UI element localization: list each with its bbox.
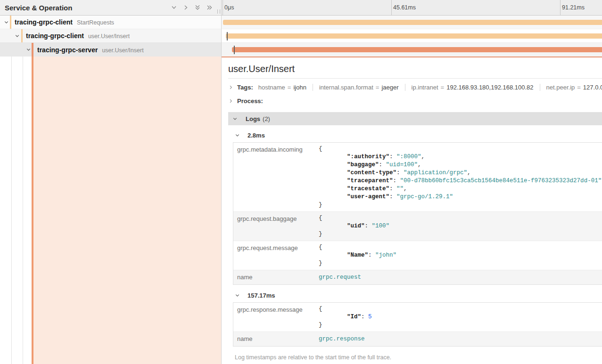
log-field-key: grpc.request.message [233,241,319,270]
json-key: "Name" [347,252,368,259]
span-operation-name: user.User/Insert [102,47,143,54]
span-labels: tracing-grpc-serveruser.User/Insert [37,46,144,54]
ruler-tick-label: 0μs [223,4,234,11]
log-field-row: grpc.metadata.incoming{ ":authority": ":… [233,143,602,211]
ruler-tick-label: 45.61ms [391,4,416,11]
span-color-accent [10,16,11,29]
log-fields-table: grpc.metadata.incoming{ ":authority": ":… [233,142,602,285]
span-labels: tracing-grpc-clientStartRequests [15,18,114,26]
tree-guide-line [11,57,12,364]
log-timestamp: 2.8ms [247,132,265,139]
tag-key: net.peer.ip [546,84,575,91]
span-color-accent [32,43,33,57]
span-duration-bar[interactable] [223,20,602,25]
log-field-row: grpc.request.message{ "Name": "john" } [233,241,602,270]
json-number: 5 [368,314,372,320]
tag-separator [313,84,313,91]
jaeger-trace-view: { "header": { "title": "Service & Operat… [0,0,602,364]
tags-label: Tags: [237,84,253,91]
chevron-right-icon[interactable] [228,98,233,104]
span-bar-row [222,16,602,29]
logs-footer-note: Log timestamps are relative to the start… [233,354,602,364]
span-operation-name: StartRequests [77,19,114,26]
span-service-name: tracing-grpc-client [15,18,73,26]
selected-span-indent-area [0,57,221,364]
span-duration-bar[interactable] [232,47,602,52]
service-operation-header: Service & Operation [0,0,222,16]
tag-separator [540,84,540,91]
tag-equals: = [441,84,445,91]
log-field-row: namegrpc.response [233,332,602,346]
tree-guide-line [23,57,23,364]
selected-span-highlight [33,57,221,364]
span-tree-column: tracing-grpc-clientStartRequests tracing… [0,16,222,364]
json-value: { "uid": "100" } [319,214,602,238]
service-operation-title: Service & Operation [5,4,171,12]
log-field-row: grpc.request.baggage{ "uid": "100" } [233,211,602,241]
json-string: "uid=100" [386,162,418,168]
collapse-all-icon[interactable] [206,4,213,11]
json-string: "00-d78bb60bfc15c3ca5cb1564be84e511e-f97… [400,178,602,184]
span-service-name: tracing-grpc-client [26,32,84,40]
log-fields-table: grpc.response.message{ "Id": 5 }namegrpc… [233,302,602,347]
logs-count: (2) [263,115,270,122]
column-resizer-grip[interactable] [217,9,220,14]
log-timestamp: 157.17ms [247,292,275,299]
header-row: Service & Operation 0μs 45.61ms 91.21ms [0,0,602,16]
logs-header[interactable]: Logs (2) [228,112,602,125]
json-string: "grpc-go/1.29.1" [396,194,453,200]
chevron-down-icon[interactable] [4,20,9,25]
tags-row[interactable]: Tags: hostname=ijohninternal.span.format… [228,81,602,94]
log-field-value: { "Name": "john" } [319,241,602,270]
json-key: "content-type" [347,170,396,176]
log-field-key: grpc.request.baggage [233,212,319,241]
logs-body: 2.8msgrpc.metadata.incoming{ ":authority… [228,125,602,364]
log-field-row: namegrpc.request [233,270,602,284]
main-area: tracing-grpc-clientStartRequests tracing… [0,16,602,364]
expand-one-icon[interactable] [171,4,177,11]
span-row-tracing-grpc-client-insert[interactable]: tracing-grpc-clientuser.User/Insert [0,29,221,43]
chevron-down-icon[interactable] [26,47,31,52]
divider [228,78,602,79]
process-row[interactable]: Process: [228,94,602,108]
log-field-key: name [233,270,319,284]
json-value: { ":authority": ":8000", "baggage": "uid… [319,145,602,209]
collapse-one-icon[interactable] [182,4,189,11]
span-bar-row [222,43,602,57]
log-field-value: { ":authority": ":8000", "baggage": "uid… [319,143,602,211]
log-field-value: { "uid": "100" } [319,212,602,241]
chevron-right-icon[interactable] [228,85,233,90]
ruler-tick-label: 91.21ms [560,4,585,11]
process-label: Process: [237,97,263,105]
log-field-value: grpc.response [319,332,602,346]
span-duration-bar[interactable] [226,33,602,39]
chevron-down-icon[interactable] [15,33,20,39]
expand-all-icon[interactable] [194,4,201,11]
json-string: "" [396,186,404,192]
json-string: "application/grpc" [404,170,467,176]
log-field-row: grpc.response.message{ "Id": 5 } [233,303,602,332]
tag-key: ip.intranet [412,84,438,91]
json-key: "traceparent" [347,178,393,184]
chevron-down-icon [235,293,240,298]
span-bars-region [222,16,602,57]
span-detail-panel: user.User/Insert Tags: hostname=ijohnint… [222,57,602,364]
tag-separator [405,84,405,91]
json-key: "user-agent" [347,194,389,200]
span-row-tracing-grpc-server-insert[interactable]: tracing-grpc-serveruser.User/Insert [0,43,221,57]
log-field-value: grpc.request [319,270,602,284]
span-service-name: tracing-grpc-server [37,46,98,54]
tag-key: hostname [258,84,285,91]
span-start-marker [227,32,228,40]
json-key: "baggage" [347,162,379,168]
json-string: ":8000" [396,154,421,160]
span-row-tracing-grpc-client-startrequests[interactable]: tracing-grpc-clientStartRequests [0,16,221,29]
tag-equals: = [288,84,291,91]
log-timestamp-header[interactable]: 2.8ms [235,132,602,139]
chevron-down-icon [235,133,240,138]
tag-value: 192.168.93.180,192.168.100.82 [446,84,533,91]
tag-equals: = [577,84,581,91]
log-timestamp-header[interactable]: 157.17ms [235,292,602,299]
span-bar-row [222,29,602,43]
json-key: ":authority" [347,154,389,160]
